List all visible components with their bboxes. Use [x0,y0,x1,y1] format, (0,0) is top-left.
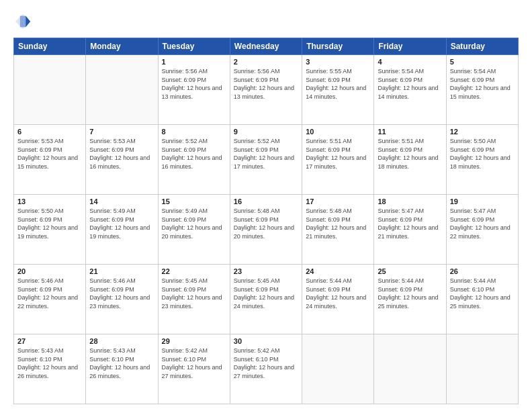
calendar-cell [86,55,158,125]
day-number: 2 [234,58,298,66]
calendar-cell [374,334,446,404]
day-number: 23 [234,267,298,275]
day-number: 11 [378,128,442,136]
calendar-header-saturday: Saturday [446,38,518,55]
calendar-cell: 21Sunrise: 5:46 AM Sunset: 6:09 PM Dayli… [86,265,158,334]
day-info: Sunrise: 5:47 AM Sunset: 6:09 PM Dayligh… [450,207,515,240]
day-number: 16 [234,197,298,205]
calendar-cell: 25Sunrise: 5:44 AM Sunset: 6:09 PM Dayli… [374,265,446,334]
calendar-cell: 3Sunrise: 5:55 AM Sunset: 6:09 PM Daylig… [302,55,374,125]
calendar-week-1: 6Sunrise: 5:53 AM Sunset: 6:09 PM Daylig… [14,125,519,195]
calendar-cell: 13Sunrise: 5:50 AM Sunset: 6:09 PM Dayli… [14,195,86,265]
day-number: 28 [89,337,154,345]
day-info: Sunrise: 5:46 AM Sunset: 6:09 PM Dayligh… [17,277,82,310]
calendar-cell [302,334,374,404]
calendar-cell: 4Sunrise: 5:54 AM Sunset: 6:09 PM Daylig… [374,55,446,125]
day-info: Sunrise: 5:55 AM Sunset: 6:09 PM Dayligh… [306,67,370,101]
calendar-cell: 11Sunrise: 5:51 AM Sunset: 6:09 PM Dayli… [374,125,446,195]
calendar-cell: 8Sunrise: 5:52 AM Sunset: 6:09 PM Daylig… [158,125,230,195]
day-number: 22 [162,267,226,275]
calendar-cell: 28Sunrise: 5:43 AM Sunset: 6:10 PM Dayli… [86,334,158,404]
day-number: 14 [89,197,154,205]
day-info: Sunrise: 5:51 AM Sunset: 6:09 PM Dayligh… [378,137,442,171]
day-number: 4 [378,58,442,66]
calendar-cell [446,334,518,404]
calendar-header-friday: Friday [374,38,446,55]
calendar-cell: 19Sunrise: 5:47 AM Sunset: 6:09 PM Dayli… [446,195,518,265]
day-info: Sunrise: 5:43 AM Sunset: 6:10 PM Dayligh… [89,347,154,380]
day-info: Sunrise: 5:48 AM Sunset: 6:09 PM Dayligh… [234,207,298,240]
day-number: 18 [378,197,442,205]
calendar-header-thursday: Thursday [302,38,374,55]
calendar-cell: 23Sunrise: 5:45 AM Sunset: 6:09 PM Dayli… [230,265,302,334]
day-number: 8 [162,128,226,136]
day-info: Sunrise: 5:52 AM Sunset: 6:09 PM Dayligh… [162,137,226,171]
day-info: Sunrise: 5:48 AM Sunset: 6:09 PM Dayligh… [306,207,370,240]
calendar-header-sunday: Sunday [14,38,86,55]
calendar-header-monday: Monday [86,38,158,55]
calendar-cell: 10Sunrise: 5:51 AM Sunset: 6:09 PM Dayli… [302,125,374,195]
day-number: 12 [450,128,515,136]
day-number: 24 [306,267,370,275]
calendar-cell [14,55,86,125]
calendar-cell: 14Sunrise: 5:49 AM Sunset: 6:09 PM Dayli… [86,195,158,265]
calendar-header-wednesday: Wednesday [230,38,302,55]
calendar-week-0: 1Sunrise: 5:56 AM Sunset: 6:09 PM Daylig… [14,55,519,125]
calendar-cell: 1Sunrise: 5:56 AM Sunset: 6:09 PM Daylig… [158,55,230,125]
day-number: 6 [17,128,82,136]
calendar-cell: 12Sunrise: 5:50 AM Sunset: 6:09 PM Dayli… [446,125,518,195]
day-info: Sunrise: 5:56 AM Sunset: 6:09 PM Dayligh… [162,67,226,101]
calendar-cell: 26Sunrise: 5:44 AM Sunset: 6:10 PM Dayli… [446,265,518,334]
calendar-cell: 2Sunrise: 5:56 AM Sunset: 6:09 PM Daylig… [230,55,302,125]
calendar-cell: 16Sunrise: 5:48 AM Sunset: 6:09 PM Dayli… [230,195,302,265]
calendar-week-2: 13Sunrise: 5:50 AM Sunset: 6:09 PM Dayli… [14,195,519,265]
header [13,12,519,31]
day-info: Sunrise: 5:53 AM Sunset: 6:09 PM Dayligh… [89,137,154,171]
day-info: Sunrise: 5:44 AM Sunset: 6:10 PM Dayligh… [450,277,515,310]
calendar-cell: 7Sunrise: 5:53 AM Sunset: 6:09 PM Daylig… [86,125,158,195]
day-info: Sunrise: 5:54 AM Sunset: 6:09 PM Dayligh… [450,67,515,101]
day-number: 26 [450,267,515,275]
day-number: 1 [162,58,226,66]
day-info: Sunrise: 5:47 AM Sunset: 6:09 PM Dayligh… [378,207,442,240]
day-number: 29 [162,337,226,345]
day-number: 15 [162,197,226,205]
day-info: Sunrise: 5:49 AM Sunset: 6:09 PM Dayligh… [162,207,226,240]
day-number: 9 [234,128,298,136]
day-number: 13 [17,197,82,205]
day-number: 20 [17,267,82,275]
day-info: Sunrise: 5:46 AM Sunset: 6:09 PM Dayligh… [89,277,154,310]
calendar-cell: 15Sunrise: 5:49 AM Sunset: 6:09 PM Dayli… [158,195,230,265]
calendar-cell: 20Sunrise: 5:46 AM Sunset: 6:09 PM Dayli… [14,265,86,334]
day-info: Sunrise: 5:42 AM Sunset: 6:10 PM Dayligh… [234,347,298,380]
calendar-week-3: 20Sunrise: 5:46 AM Sunset: 6:09 PM Dayli… [14,265,519,334]
day-number: 3 [306,58,370,66]
day-number: 5 [450,58,515,66]
calendar-header-row: SundayMondayTuesdayWednesdayThursdayFrid… [14,38,519,55]
day-info: Sunrise: 5:54 AM Sunset: 6:09 PM Dayligh… [378,67,442,101]
svg-marker-1 [26,16,30,28]
day-info: Sunrise: 5:56 AM Sunset: 6:09 PM Dayligh… [234,67,298,101]
day-number: 10 [306,128,370,136]
page: SundayMondayTuesdayWednesdayThursdayFrid… [0,0,532,411]
day-info: Sunrise: 5:53 AM Sunset: 6:09 PM Dayligh… [17,137,82,171]
day-info: Sunrise: 5:43 AM Sunset: 6:10 PM Dayligh… [17,347,82,380]
calendar-cell: 9Sunrise: 5:52 AM Sunset: 6:09 PM Daylig… [230,125,302,195]
day-info: Sunrise: 5:44 AM Sunset: 6:09 PM Dayligh… [378,277,442,310]
svg-marker-2 [20,16,26,28]
day-number: 21 [89,267,154,275]
calendar-cell: 27Sunrise: 5:43 AM Sunset: 6:10 PM Dayli… [14,334,86,404]
calendar-week-4: 27Sunrise: 5:43 AM Sunset: 6:10 PM Dayli… [14,334,519,404]
day-number: 19 [450,197,515,205]
day-number: 25 [378,267,442,275]
calendar-cell: 24Sunrise: 5:44 AM Sunset: 6:09 PM Dayli… [302,265,374,334]
calendar-cell: 6Sunrise: 5:53 AM Sunset: 6:09 PM Daylig… [14,125,86,195]
calendar-header-tuesday: Tuesday [158,38,230,55]
calendar-cell: 30Sunrise: 5:42 AM Sunset: 6:10 PM Dayli… [230,334,302,404]
day-info: Sunrise: 5:42 AM Sunset: 6:10 PM Dayligh… [162,347,226,380]
calendar-cell: 18Sunrise: 5:47 AM Sunset: 6:09 PM Dayli… [374,195,446,265]
logo-icon [13,12,32,31]
day-number: 7 [89,128,154,136]
calendar-cell: 29Sunrise: 5:42 AM Sunset: 6:10 PM Dayli… [158,334,230,404]
day-info: Sunrise: 5:45 AM Sunset: 6:09 PM Dayligh… [234,277,298,310]
